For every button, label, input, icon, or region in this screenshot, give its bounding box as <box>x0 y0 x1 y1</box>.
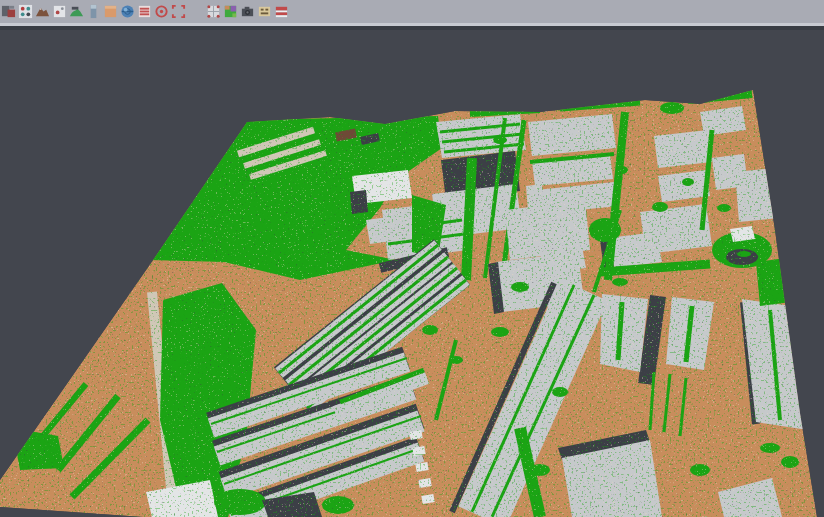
toolbar <box>0 0 824 23</box>
dot-grid-icon[interactable] <box>52 4 67 19</box>
layers-red-icon[interactable] <box>137 4 152 19</box>
points-icon[interactable] <box>18 4 33 19</box>
camera-icon[interactable] <box>240 4 255 19</box>
terrain-icon[interactable] <box>69 4 84 19</box>
orange-square-icon[interactable] <box>103 4 118 19</box>
target-red-icon[interactable] <box>154 4 169 19</box>
app-window <box>0 0 824 517</box>
cube-icon[interactable] <box>1 4 16 19</box>
column-icon[interactable] <box>86 4 101 19</box>
tag-yellow-icon[interactable] <box>257 4 272 19</box>
globe-icon[interactable] <box>120 4 135 19</box>
app-chrome <box>0 0 824 30</box>
point-cloud-render[interactable] <box>0 0 824 517</box>
toolbar-shadow-line <box>0 26 824 30</box>
grid-red-icon[interactable] <box>206 4 221 19</box>
flag-red-icon[interactable] <box>274 4 289 19</box>
selection-red-icon[interactable] <box>171 4 186 19</box>
toolbar-separator <box>188 4 206 19</box>
mountain-icon[interactable] <box>35 4 50 19</box>
classification-icon[interactable] <box>223 4 238 19</box>
